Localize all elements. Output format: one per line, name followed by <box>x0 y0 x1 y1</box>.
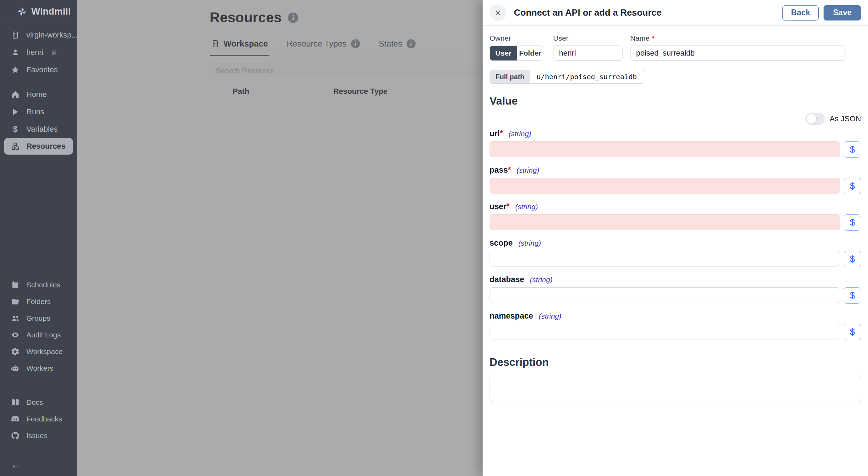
field-type: (string) <box>539 312 561 320</box>
user-icon <box>10 48 20 57</box>
sidebar-item-label: Variables <box>26 125 58 134</box>
expression-dollar-button[interactable]: $ <box>844 324 861 340</box>
field-name: url <box>490 129 500 138</box>
owner-group: Owner User Folder <box>490 34 544 61</box>
home-icon <box>10 90 20 99</box>
as-json-label: As JSON <box>830 114 861 123</box>
field-namespace: namespace (string) $ <box>490 311 861 340</box>
sidebar-item-label: Audit Logs <box>26 331 61 339</box>
info-icon[interactable]: i <box>351 39 360 48</box>
value-section-heading: Value <box>490 95 861 107</box>
field-name: namespace <box>490 311 533 320</box>
sidebar-item-feedbacks[interactable]: Feedbacks <box>0 411 77 427</box>
username: henri <box>26 48 43 57</box>
info-icon[interactable]: i <box>288 13 298 23</box>
tab-workspace[interactable]: Workspace <box>210 39 269 56</box>
namespace-input[interactable] <box>490 324 840 339</box>
description-textarea[interactable] <box>490 375 861 402</box>
workspace-name: virgin-worksp... <box>26 31 78 40</box>
field-name: database <box>490 275 524 284</box>
expression-dollar-button[interactable]: $ <box>844 178 861 194</box>
user-group: User <box>553 34 623 61</box>
sidebar-item-runs[interactable]: Runs <box>0 103 77 121</box>
expression-dollar-button[interactable]: $ <box>844 287 861 304</box>
github-icon <box>10 431 20 441</box>
required-marker: * <box>507 202 510 211</box>
sidebar-item-resources[interactable]: Resources <box>4 138 73 155</box>
sidebar-item-user[interactable]: henri ♕ <box>0 44 77 61</box>
tab-label: Workspace <box>224 39 268 49</box>
tab-resource-types[interactable]: Resource Types i <box>285 39 361 56</box>
info-icon[interactable]: i <box>407 39 416 48</box>
page-title: Resources <box>210 10 282 25</box>
as-json-toggle[interactable] <box>806 113 825 125</box>
sidebar-item-label: Issues <box>26 432 48 440</box>
database-input[interactable] <box>490 287 840 303</box>
owner-option-folder[interactable]: Folder <box>517 46 544 60</box>
name-group: Name * <box>630 34 845 61</box>
tab-label: States <box>379 39 402 49</box>
sidebar-item-workspace-switcher[interactable]: virgin-worksp... <box>0 26 77 44</box>
field-type: (string) <box>518 239 541 247</box>
sidebar: Windmill virgin-worksp... henri ♕ Favori… <box>0 0 77 476</box>
name-input[interactable] <box>630 46 845 61</box>
user-label: User <box>553 34 623 42</box>
sidebar-item-label: Home <box>26 90 47 99</box>
scope-input[interactable] <box>490 251 840 266</box>
tab-states[interactable]: States i <box>377 39 417 56</box>
sidebar-item-groups[interactable]: Groups <box>0 310 77 327</box>
sidebar-item-folders[interactable]: Folders <box>0 293 77 310</box>
user-value-input[interactable] <box>490 214 840 230</box>
sidebar-item-schedules[interactable]: Schedules <box>0 277 77 293</box>
back-button[interactable]: Back <box>782 5 819 20</box>
search-input[interactable] <box>210 64 483 78</box>
gear-icon <box>10 347 20 356</box>
crown-icon: ♕ <box>51 49 57 57</box>
expression-dollar-button[interactable]: $ <box>844 141 861 158</box>
app-title: Windmill <box>31 6 71 17</box>
expression-dollar-button[interactable]: $ <box>844 251 861 267</box>
sidebar-item-label: Favorites <box>26 65 58 74</box>
sidebar-item-label: Groups <box>26 314 50 322</box>
users-group-icon <box>10 313 20 323</box>
owner-option-user[interactable]: User <box>490 46 517 60</box>
app-logo[interactable]: Windmill <box>0 0 77 23</box>
sidebar-item-audit-logs[interactable]: Audit Logs <box>0 327 77 343</box>
url-input[interactable] <box>490 141 840 157</box>
calendar-icon <box>10 280 20 290</box>
field-scope: scope (string) $ <box>490 238 861 267</box>
expression-dollar-button[interactable]: $ <box>844 214 861 231</box>
owner-label: Owner <box>490 34 544 42</box>
dollar-icon: $ <box>10 124 20 134</box>
sidebar-item-workspace-settings[interactable]: Workspace <box>0 343 77 360</box>
pass-input[interactable] <box>490 178 840 194</box>
sidebar-item-label: Workers <box>26 364 53 372</box>
user-input[interactable] <box>553 46 623 61</box>
resource-drawer: × Connect an API or add a Resource Back … <box>483 0 868 476</box>
sidebar-item-label: Docs <box>26 398 43 407</box>
sidebar-item-variables[interactable]: $ Variables <box>0 121 77 138</box>
collapse-sidebar-arrow-icon[interactable]: ← <box>10 459 22 470</box>
sidebar-item-favorites[interactable]: Favorites <box>0 61 77 79</box>
robot-icon <box>10 363 20 373</box>
close-icon[interactable]: × <box>490 5 506 21</box>
sidebar-item-docs[interactable]: Docs <box>0 394 77 411</box>
save-button[interactable]: Save <box>824 5 861 20</box>
toggle-knob <box>807 114 816 124</box>
sidebar-item-label: Schedules <box>26 281 60 289</box>
windmill-logo-icon <box>17 7 27 17</box>
column-header-resource-type: Resource Type <box>333 87 387 96</box>
book-icon <box>10 397 20 407</box>
sidebar-item-workers[interactable]: Workers <box>0 360 77 377</box>
sidebar-item-issues[interactable]: Issues <box>0 427 77 444</box>
star-icon <box>10 65 20 75</box>
name-label: Name * <box>630 34 845 42</box>
description-heading: Description <box>490 356 861 369</box>
field-user: user* (string) $ <box>490 202 861 231</box>
sidebar-item-home[interactable]: Home <box>0 86 77 103</box>
folder-icon <box>10 297 20 306</box>
sidebar-item-label: Feedbacks <box>26 415 62 423</box>
field-type: (string) <box>530 276 552 284</box>
field-type: (string) <box>517 166 539 174</box>
field-database: database (string) $ <box>490 275 861 304</box>
